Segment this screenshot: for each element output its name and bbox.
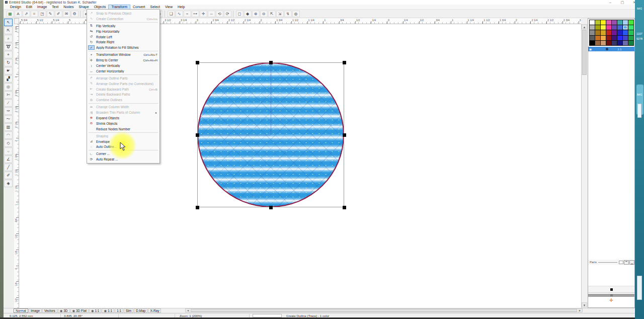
palette-swatch[interactable] — [617, 25, 622, 30]
view-button-1-1[interactable]: 1:1 — [115, 308, 123, 313]
frame-icon[interactable]: ◳ — [39, 11, 46, 17]
center-tool-icon[interactable]: ⌖ — [4, 51, 13, 58]
palette-swatch[interactable] — [612, 20, 617, 25]
menu-item-rotate-right[interactable]: ↻Rotate Right — [87, 39, 159, 45]
view-button-1-1[interactable]: ◉ 1:1 — [102, 308, 114, 313]
palette-swatch[interactable] — [595, 25, 600, 30]
angle-tool-icon[interactable]: ∠ — [4, 155, 13, 163]
view-button-3d[interactable]: ◉ 3D — [58, 308, 70, 313]
snap-icon[interactable]: ⇱ — [268, 11, 276, 17]
menubar-item-transform[interactable]: Transform — [108, 5, 130, 10]
view-button-d-map[interactable]: D.Map — [134, 308, 147, 313]
palette-swatch[interactable] — [606, 25, 611, 30]
pattern-tool-icon[interactable]: ▞ — [4, 75, 13, 83]
draw-icon[interactable]: ✐ — [55, 11, 62, 17]
palette-swatch[interactable] — [590, 36, 595, 40]
palette-swatch[interactable] — [628, 20, 633, 25]
selection-handle-s[interactable] — [269, 206, 273, 209]
wave-icon[interactable]: ∿ — [176, 11, 183, 17]
menu-item-transformation-window[interactable]: ⌖Transformation WindowCtrl+Alt+T — [87, 52, 159, 57]
line-tool-icon[interactable]: ∕ — [4, 99, 13, 107]
palette-swatch[interactable] — [617, 20, 622, 25]
status-input-box[interactable] — [253, 314, 282, 317]
palette-swatch[interactable] — [612, 41, 617, 45]
parts-down-button[interactable]: ▁ — [629, 260, 634, 265]
measure-tool-icon[interactable]: ✐ — [4, 172, 13, 179]
shape-tool-icon[interactable]: ◇ — [4, 139, 13, 147]
visibility-eye-icon[interactable]: ◉ — [589, 47, 592, 51]
palette-swatch[interactable] — [590, 20, 595, 25]
menu-item-broaden-thin-parts-of-column[interactable]: ⇶Broaden Thin Parts of Column► — [87, 110, 159, 115]
view-button-x-ray[interactable]: X-Ray — [148, 308, 161, 313]
palette-swatch[interactable] — [606, 36, 611, 40]
shrink-icon[interactable]: ⊖ — [260, 11, 268, 17]
zigzag-icon[interactable]: ⌁ — [184, 11, 191, 17]
palette-swatch[interactable] — [601, 36, 606, 40]
menu-item-arrange-outline-parts-no-connections[interactable]: ↰Arrange Outline Parts (no Connections) — [87, 81, 159, 87]
fill-pattern-icon[interactable]: ▦ — [7, 11, 14, 17]
palette-swatch[interactable] — [606, 20, 611, 25]
stitch-marker-row[interactable] — [588, 286, 634, 293]
anchor-icon[interactable]: ⇲ — [276, 11, 284, 17]
menubar-item-image[interactable]: Image — [35, 5, 49, 10]
menu-item-reduce-nodes-number[interactable]: Reduce Nodes Number — [87, 126, 159, 132]
palette-swatch[interactable] — [623, 25, 628, 30]
palette-swatch[interactable] — [612, 25, 617, 30]
view-button-sim[interactable]: Sim — [124, 308, 133, 313]
palette-swatch[interactable] — [623, 36, 628, 40]
view-button-vectors[interactable]: Vectors — [42, 308, 57, 313]
menu-item-flip-horizontally[interactable]: ⇆Flip Horizontally — [87, 29, 159, 34]
lightning-icon[interactable]: ↯ — [284, 11, 292, 17]
menu-item-snap-to-previous-object[interactable]: ↗Snap to Previous Object — [87, 11, 159, 16]
selection-handle-e[interactable] — [343, 133, 346, 137]
menu-item-expand-objects[interactable]: ⊕Expand Objects — [87, 115, 159, 121]
arrows-icon[interactable]: ⇔ — [208, 11, 215, 17]
object-list-selected-row[interactable]: ◉ 1:1 — [588, 47, 634, 51]
palette-swatch[interactable] — [601, 20, 606, 25]
palette-swatch[interactable] — [590, 30, 595, 35]
view-button-normal[interactable]: Normal — [14, 308, 28, 313]
view-button-1-1[interactable]: ◉ 1:1 — [89, 308, 102, 313]
palette-swatch[interactable] — [612, 36, 617, 40]
envelope-icon[interactable]: ✉ — [63, 11, 70, 17]
menu-item-delete-backward-paths[interactable]: ⇥Delete Backward Paths — [87, 92, 159, 97]
palette-swatch[interactable] — [595, 41, 600, 45]
menu-item-center-horizontally[interactable]: ↔Center Horizontally — [87, 68, 159, 74]
parts-value-box[interactable] — [619, 261, 623, 264]
menubar-item-objects[interactable]: Objects — [92, 5, 109, 10]
menubar-item-edit[interactable]: Edit — [24, 5, 35, 10]
menu-item-apply-rotation-to-fill-stitches[interactable]: ✓Apply Rotation to Fill Stitches — [87, 45, 159, 50]
hand-tool-icon[interactable]: ☛ — [4, 67, 13, 74]
redo-icon[interactable]: ⟳ — [224, 11, 231, 17]
rotate-tool-icon[interactable]: ↻ — [4, 59, 13, 66]
node-select-icon[interactable]: ⇱ — [4, 27, 13, 34]
expand-icon[interactable]: ⊕ — [252, 11, 260, 17]
menu-item-arrange-outline-parts[interactable]: ↱Arrange Outline Parts — [87, 75, 159, 81]
ring-tool-icon[interactable]: ◎ — [4, 83, 13, 91]
selection-handle-sw[interactable] — [196, 206, 199, 209]
horizontal-scroll-thumb[interactable] — [191, 309, 577, 312]
gear-icon[interactable]: ⚙ — [71, 11, 78, 17]
menu-item-center-vertically[interactable]: ↕Center Vertically — [87, 63, 159, 68]
menubar-item-shape[interactable]: Shape — [76, 5, 91, 10]
menubar-item-convert[interactable]: Convert — [130, 5, 148, 10]
lasso-tool-icon[interactable]: ➰ — [4, 43, 13, 50]
view-button-3d-flat[interactable]: ◉ 3D Flat — [70, 308, 89, 313]
column-tool-icon[interactable]: ▥ — [4, 123, 13, 131]
menu-item-bring-to-center[interactable]: ✛Bring to CenterCtrl+Alt+H — [87, 57, 159, 63]
palette-swatch[interactable] — [623, 41, 628, 45]
menu-item-flip-vertically[interactable]: ⇅Flip Vertically — [87, 23, 159, 29]
curve-tool-icon[interactable]: 〜 — [4, 115, 13, 123]
palette-swatch[interactable] — [606, 30, 611, 35]
scroll-up-icon[interactable]: ▲ — [582, 24, 587, 29]
zoom-tool-icon[interactable]: ⌕ — [4, 35, 13, 42]
palette-swatch[interactable] — [601, 30, 606, 35]
maximize-button[interactable]: ▢ — [620, 0, 625, 5]
palette-swatch[interactable] — [595, 20, 600, 25]
palette-swatch[interactable] — [628, 25, 633, 30]
diamond-icon[interactable]: ◆ — [244, 11, 252, 17]
slope-tool-icon[interactable]: ╱ — [4, 164, 13, 171]
text-tool-icon[interactable]: A — [15, 11, 22, 17]
menubar-item-text[interactable]: Text — [49, 5, 61, 10]
palette-swatch[interactable] — [628, 36, 633, 40]
